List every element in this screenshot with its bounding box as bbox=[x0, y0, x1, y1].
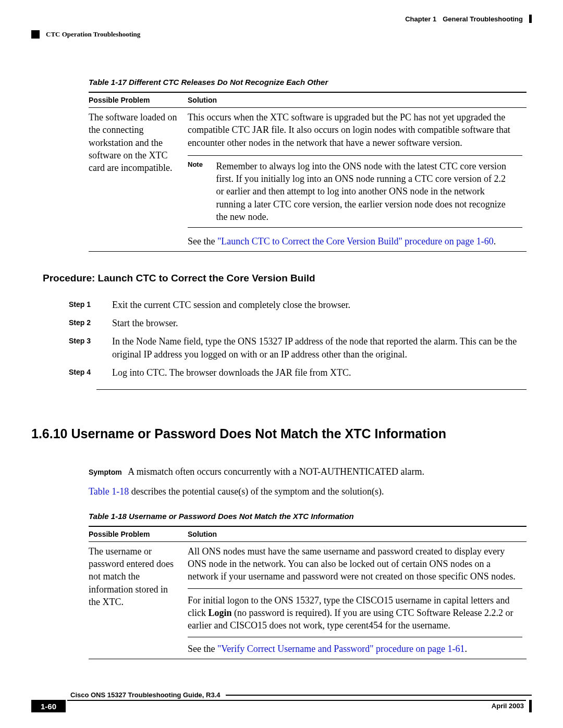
footer-doc-title: Cisco ONS 15327 Troubleshooting Guide, R… bbox=[70, 691, 221, 699]
chapter-number: Chapter 1 bbox=[405, 15, 436, 23]
table18-intro: Table 1-18 describes the potential cause… bbox=[89, 486, 527, 497]
table17-see: See the "Launch CTC to Correct the Core … bbox=[188, 231, 522, 248]
see-prefix: See the bbox=[188, 644, 217, 654]
table17-col2-header: Solution bbox=[188, 92, 527, 108]
procedure-heading: Procedure: Launch CTC to Correct the Cor… bbox=[43, 273, 527, 284]
table18-caption: Table 1-18 Username or Password Does Not… bbox=[89, 512, 527, 521]
step-label: Step 1 bbox=[69, 299, 97, 312]
step-text: Exit the current CTC session and complet… bbox=[112, 299, 527, 312]
table18-intro-suffix: describes the potential cause(s) of the … bbox=[129, 486, 384, 497]
table18-ref-link[interactable]: Table 1-18 bbox=[89, 486, 129, 497]
table17-solution-p1: This occurs when the XTC software is upg… bbox=[188, 111, 522, 149]
table18-see: See the "Verify Correct Username and Pas… bbox=[188, 643, 522, 655]
chapter-title: General Troubleshooting bbox=[443, 15, 523, 23]
step-row: Step 3 In the Node Name field, type the … bbox=[69, 335, 527, 361]
step-text: Log into CTC. The browser downloads the … bbox=[112, 366, 527, 379]
table17-note: Note Remember to always log into the ONS… bbox=[188, 155, 522, 228]
table18-col2-header: Solution bbox=[188, 526, 527, 542]
table18-problem: The username or password entered does no… bbox=[89, 541, 188, 659]
header-section-row: CTC Operation Troubleshooting bbox=[31, 30, 532, 39]
step-row: Step 4 Log into CTC. The browser downloa… bbox=[69, 366, 527, 379]
see-suffix: . bbox=[465, 644, 468, 654]
table18-solution: All ONS nodes must have the same usernam… bbox=[188, 541, 527, 659]
step-text: In the Node Name field, type the ONS 153… bbox=[112, 335, 527, 361]
table17-problem: The software loaded on the connecting wo… bbox=[89, 108, 188, 252]
table17-solution: This occurs when the XTC software is upg… bbox=[188, 108, 527, 252]
see-suffix: . bbox=[494, 236, 496, 246]
note-label: Note bbox=[188, 160, 214, 169]
table18: Possible Problem Solution The username o… bbox=[89, 526, 527, 659]
table18-inner-rule2 bbox=[188, 637, 522, 637]
table17-col1-header: Possible Problem bbox=[89, 92, 188, 108]
page-number: 1-60 bbox=[31, 700, 66, 712]
note-text: Remember to always log into the ONS node… bbox=[216, 160, 508, 223]
login-bold: Login bbox=[208, 608, 231, 618]
step-label: Step 3 bbox=[69, 335, 97, 361]
step-label: Step 4 bbox=[69, 366, 97, 379]
table18-solution-p1: All ONS nodes must have the same usernam… bbox=[188, 545, 522, 583]
table17: Possible Problem Solution The software l… bbox=[89, 92, 527, 252]
see-link[interactable]: "Launch CTC to Correct the Core Version … bbox=[217, 236, 494, 246]
section-1610-heading: 1.6.10 Username or Password Does Not Mat… bbox=[31, 426, 527, 441]
symptom-label: Symptom bbox=[89, 468, 122, 476]
footer-bar-icon bbox=[529, 700, 532, 712]
symptom-block: Symptom A mismatch often occurs concurre… bbox=[89, 465, 527, 479]
see-link[interactable]: "Verify Correct Username and Password" p… bbox=[217, 644, 465, 654]
header-top-row: Chapter 1 General Troubleshooting bbox=[31, 15, 532, 23]
step-label: Step 2 bbox=[69, 317, 97, 330]
table18-col1-header: Possible Problem bbox=[89, 526, 188, 542]
header-square-icon bbox=[31, 30, 40, 39]
procedure-steps: Step 1 Exit the current CTC session and … bbox=[69, 299, 527, 380]
footer-date: April 2003 bbox=[487, 700, 526, 712]
footer-rule bbox=[226, 695, 532, 696]
step-text: Start the browser. bbox=[112, 317, 527, 330]
symptom-text: A mismatch often occurs concurrently wit… bbox=[128, 466, 424, 477]
step-row: Step 1 Exit the current CTC session and … bbox=[69, 299, 527, 312]
section-title: CTC Operation Troubleshooting bbox=[46, 30, 140, 39]
procedure-end-rule bbox=[96, 389, 527, 390]
header-bar-icon bbox=[529, 15, 532, 23]
table17-caption: Table 1-17 Different CTC Releases Do Not… bbox=[89, 78, 527, 87]
table18-inner-rule bbox=[188, 588, 522, 589]
see-prefix: See the bbox=[188, 236, 217, 246]
table18-solution-p2: For initial logon to the ONS 15327, type… bbox=[188, 594, 522, 632]
p2c: (no password is required). If you are us… bbox=[188, 608, 513, 631]
step-row: Step 2 Start the browser. bbox=[69, 317, 527, 330]
page-footer: Cisco ONS 15327 Troubleshooting Guide, R… bbox=[31, 691, 532, 712]
